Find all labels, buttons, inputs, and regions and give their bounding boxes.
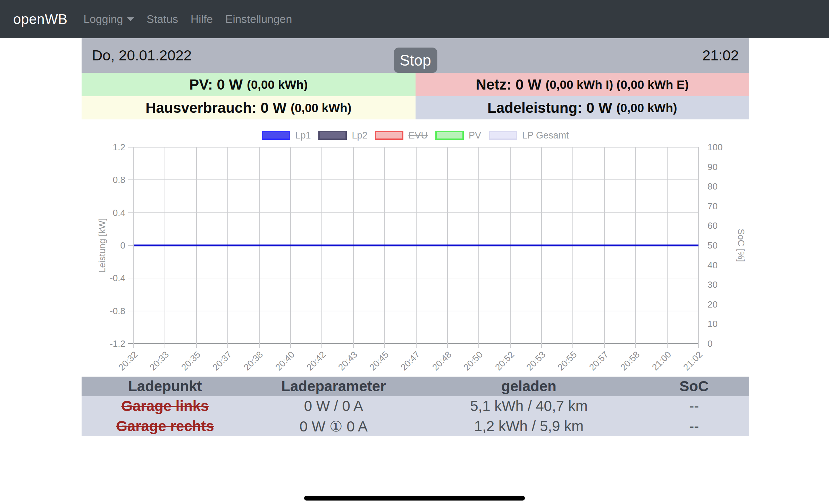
chart-legend: Lp1Lp2EVUPVLP Gesamt [82, 127, 749, 144]
chargepoint-params: 0 W / 0 A [249, 396, 419, 416]
legend-label: LP Gesamt [522, 130, 569, 141]
chargepoint-soc: -- [639, 396, 749, 416]
table-row: Garage rechts 0 W ① 0 A 1,2 kWh / 5,9 km… [82, 416, 749, 436]
tile-netz: Netz: 0 W (0,00 kWh I) (0,00 kWh E) [416, 73, 750, 96]
main-content: Do, 20.01.2022 Stop 21:02 PV: 0 W (0,00 … [82, 38, 749, 436]
date-time-bar: Do, 20.01.2022 Stop 21:02 [82, 38, 749, 73]
stop-button[interactable]: Stop [394, 48, 437, 73]
navbar: openWB Logging Status Hilfe Einstellunge… [0, 0, 829, 38]
left-axis-tick: -1.2 [110, 338, 125, 349]
legend-item-pv[interactable]: PV [435, 130, 481, 141]
tile-pv: PV: 0 W (0,00 kWh) [82, 73, 416, 96]
nav-item-einstellungen[interactable]: Einstellungen [225, 13, 292, 26]
legend-label: PV [469, 130, 481, 141]
nav-item-logging[interactable]: Logging [83, 13, 134, 26]
left-axis-tick: 0.4 [113, 207, 125, 218]
right-axis-tick: 20 [707, 299, 718, 310]
chargepoint-name: Garage links [121, 398, 209, 414]
tile-hausverbrauch: Hausverbrauch: 0 W (0,00 kWh) [82, 96, 416, 119]
legend-item-lp1[interactable]: Lp1 [262, 130, 311, 141]
legend-item-lp-gesamt[interactable]: LP Gesamt [489, 130, 569, 141]
right-axis-title: SoC [%] [736, 147, 746, 344]
tile-pv-detail: (0,00 kWh) [247, 78, 308, 92]
col-header-ladepunkt: Ladepunkt [82, 377, 249, 396]
legend-swatch-icon [435, 131, 464, 140]
left-axis-tick: 1.2 [113, 142, 125, 153]
status-tiles: PV: 0 W (0,00 kWh) Netz: 0 W (0,00 kWh I… [82, 73, 749, 119]
nav-item-status[interactable]: Status [146, 13, 178, 26]
right-axis-tick: 40 [707, 260, 718, 270]
nav-links: Logging Status Hilfe Einstellungen [83, 13, 292, 26]
caret-down-icon [127, 17, 134, 21]
chargepoint-params: 0 W ① 0 A [249, 416, 419, 436]
left-axis-tick: -0.8 [110, 305, 125, 316]
chargepoint-table: Ladepunkt Ladeparameter geladen SoC Gara… [82, 377, 749, 436]
home-indicator-handle[interactable] [304, 496, 525, 501]
nav-item-hilfe[interactable]: Hilfe [191, 13, 213, 26]
nav-item-hilfe-label: Hilfe [191, 13, 213, 26]
legend-swatch-icon [318, 131, 347, 140]
left-axis-tick: 0.8 [113, 175, 125, 185]
col-header-geladen: geladen [419, 377, 639, 396]
left-axis-tick: 0 [120, 240, 125, 251]
chargepoint-charged: 1,2 kWh / 5,9 km [419, 416, 639, 436]
tile-netz-value: Netz: 0 W [476, 76, 542, 93]
chargepoint-charged: 5,1 kWh / 40,7 km [419, 396, 639, 416]
chart-series-layer [134, 147, 698, 344]
right-axis-tick: 90 [707, 161, 718, 172]
right-axis-tick: 60 [707, 220, 718, 231]
legend-swatch-icon [262, 131, 290, 140]
chart-plot-area: 1.20.80.40-0.4-0.8-1.2100908070605040302… [134, 147, 698, 344]
page: openWB Logging Status Hilfe Einstellunge… [0, 0, 829, 504]
col-header-soc: SoC [639, 377, 749, 396]
right-axis-tick: 0 [707, 338, 712, 349]
tile-netz-detail: (0,00 kWh I) (0,00 kWh E) [546, 78, 689, 92]
legend-label: Lp2 [352, 130, 367, 141]
table-row: Garage links 0 W / 0 A 5,1 kWh / 40,7 km… [82, 396, 749, 416]
right-axis-tick: 70 [707, 201, 718, 211]
right-axis-tick: 100 [707, 142, 722, 153]
right-axis-tick: 10 [707, 319, 718, 329]
left-axis-title: Leistung [kW] [97, 147, 108, 344]
legend-item-lp2[interactable]: Lp2 [318, 130, 367, 141]
col-header-ladeparameter: Ladeparameter [249, 377, 419, 396]
log-end-time: 21:02 [702, 47, 739, 64]
log-date: Do, 20.01.2022 [92, 47, 192, 64]
nav-item-status-label: Status [146, 13, 178, 26]
legend-label: EVU [408, 130, 428, 141]
right-axis-tick: 50 [707, 240, 718, 251]
legend-swatch-icon [375, 131, 403, 140]
tile-pv-value: PV: 0 W [189, 76, 243, 93]
chargepoint-name: Garage rechts [116, 418, 214, 434]
power-chart: Lp1Lp2EVUPVLP Gesamt Leistung [kW] SoC [… [82, 119, 749, 377]
tile-hausverbrauch-value: Hausverbrauch: 0 W [145, 100, 286, 116]
chargepoint-soc: -- [639, 416, 749, 436]
left-axis-tick: -0.4 [110, 273, 125, 284]
legend-label: Lp1 [295, 130, 311, 141]
nav-item-logging-label: Logging [83, 13, 123, 26]
tile-ladeleistung: Ladeleistung: 0 W (0,00 kWh) [416, 96, 750, 119]
right-axis-tick: 30 [707, 279, 718, 290]
nav-item-einstellungen-label: Einstellungen [225, 13, 292, 26]
tile-hausverbrauch-detail: (0,00 kWh) [291, 101, 351, 115]
table-header-row: Ladepunkt Ladeparameter geladen SoC [82, 377, 749, 396]
tile-ladeleistung-detail: (0,00 kWh) [616, 101, 677, 115]
legend-swatch-icon [489, 131, 517, 140]
brand-openwb[interactable]: openWB [13, 11, 67, 27]
tile-ladeleistung-value: Ladeleistung: 0 W [487, 100, 612, 116]
legend-item-evu[interactable]: EVU [375, 130, 428, 141]
right-axis-tick: 80 [707, 181, 718, 192]
